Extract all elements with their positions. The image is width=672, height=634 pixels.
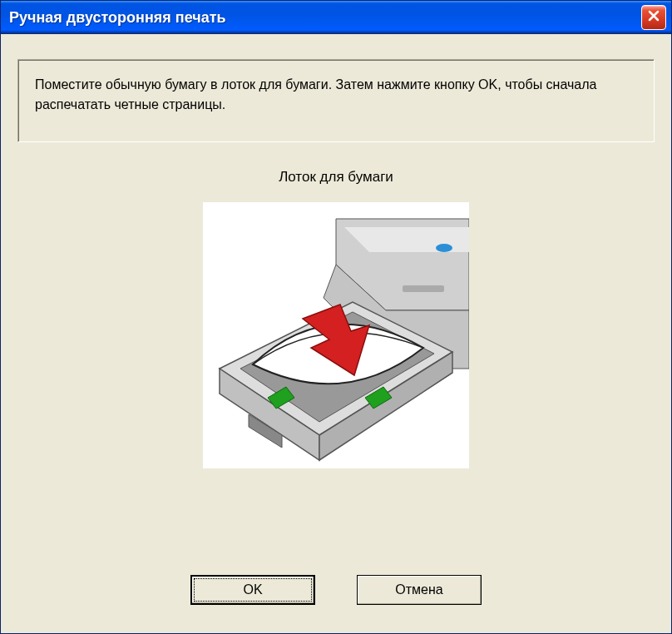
instruction-text: Поместите обычную бумагу в лоток для бум…: [35, 77, 596, 111]
instruction-message-box: Поместите обычную бумагу в лоток для бум…: [17, 59, 655, 142]
printer-tray-illustration: [203, 202, 469, 468]
close-button[interactable]: [641, 5, 666, 30]
ok-button[interactable]: OK: [190, 575, 315, 605]
close-icon: [647, 9, 660, 27]
illustration-caption: Лоток для бумаги: [17, 169, 655, 186]
illustration-container: [17, 202, 655, 558]
titlebar: Ручная двусторонняя печать: [1, 1, 671, 34]
button-bar: OK Отмена: [17, 558, 655, 617]
svg-rect-4: [403, 285, 444, 292]
dialog-window: Ручная двусторонняя печать Поместите обы…: [0, 0, 672, 634]
content-area: Поместите обычную бумагу в лоток для бум…: [1, 34, 671, 633]
window-title: Ручная двусторонняя печать: [9, 9, 226, 27]
cancel-button[interactable]: Отмена: [357, 575, 482, 605]
svg-point-3: [436, 244, 452, 252]
